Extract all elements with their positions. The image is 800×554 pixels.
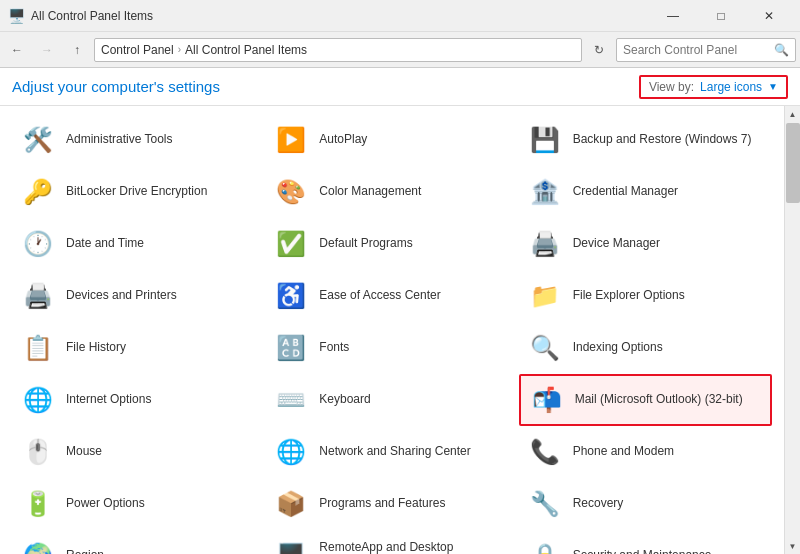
- view-by-control[interactable]: View by: Large icons ▼: [639, 75, 788, 99]
- fonts-icon: 🔠: [273, 330, 309, 366]
- ctrl-item-fonts[interactable]: 🔠Fonts: [265, 322, 518, 374]
- credential-manager-icon: 🏦: [527, 174, 563, 210]
- programs-features-label: Programs and Features: [319, 496, 445, 512]
- scroll-thumb[interactable]: [786, 123, 800, 203]
- items-grid: 🛠️Administrative Tools▶️AutoPlay💾Backup …: [0, 106, 784, 554]
- date-time-icon: 🕐: [20, 226, 56, 262]
- ctrl-item-autoplay[interactable]: ▶️AutoPlay: [265, 114, 518, 166]
- search-icon[interactable]: 🔍: [774, 43, 789, 57]
- ctrl-item-mouse[interactable]: 🖱️Mouse: [12, 426, 265, 478]
- region-icon: 🌍: [20, 538, 56, 554]
- ctrl-item-security-maintenance[interactable]: 🔒Security and Maintenance: [519, 530, 772, 554]
- ctrl-item-file-history[interactable]: 📋File History: [12, 322, 265, 374]
- indexing-options-label: Indexing Options: [573, 340, 663, 356]
- file-history-label: File History: [66, 340, 126, 356]
- mail-icon: 📬: [529, 382, 565, 418]
- breadcrumb-item-all-items[interactable]: All Control Panel Items: [185, 43, 307, 57]
- phone-modem-label: Phone and Modem: [573, 444, 674, 460]
- ease-access-label: Ease of Access Center: [319, 288, 440, 304]
- devices-printers-icon: 🖨️: [20, 278, 56, 314]
- ctrl-item-region[interactable]: 🌍Region: [12, 530, 265, 554]
- scroll-down-button[interactable]: ▼: [785, 538, 801, 554]
- date-time-label: Date and Time: [66, 236, 144, 252]
- default-programs-label: Default Programs: [319, 236, 412, 252]
- address-bar: ← → ↑ Control Panel › All Control Panel …: [0, 32, 800, 68]
- maximize-button[interactable]: □: [698, 0, 744, 32]
- ctrl-item-credential-manager[interactable]: 🏦Credential Manager: [519, 166, 772, 218]
- breadcrumb-separator: ›: [178, 44, 181, 55]
- device-manager-icon: 🖨️: [527, 226, 563, 262]
- mouse-icon: 🖱️: [20, 434, 56, 470]
- devices-printers-label: Devices and Printers: [66, 288, 177, 304]
- ctrl-item-ease-access[interactable]: ♿Ease of Access Center: [265, 270, 518, 322]
- view-by-value[interactable]: Large icons: [700, 80, 762, 94]
- view-by-label: View by:: [649, 80, 694, 94]
- security-maintenance-icon: 🔒: [527, 538, 563, 554]
- search-input[interactable]: [623, 43, 774, 57]
- main-content: 🛠️Administrative Tools▶️AutoPlay💾Backup …: [0, 106, 800, 554]
- remoteapp-label: RemoteApp and Desktop Connections: [319, 540, 510, 554]
- scrollbar[interactable]: ▲ ▼: [784, 106, 800, 554]
- indexing-options-icon: 🔍: [527, 330, 563, 366]
- ctrl-item-bitlocker[interactable]: 🔑BitLocker Drive Encryption: [12, 166, 265, 218]
- ctrl-item-power-options[interactable]: 🔋Power Options: [12, 478, 265, 530]
- autoplay-label: AutoPlay: [319, 132, 367, 148]
- device-manager-label: Device Manager: [573, 236, 660, 252]
- ctrl-item-default-programs[interactable]: ✅Default Programs: [265, 218, 518, 270]
- bitlocker-icon: 🔑: [20, 174, 56, 210]
- ctrl-item-programs-features[interactable]: 📦Programs and Features: [265, 478, 518, 530]
- ctrl-item-mail[interactable]: 📬Mail (Microsoft Outlook) (32-bit): [519, 374, 772, 426]
- remoteapp-icon: 🖥️: [273, 538, 309, 554]
- administrative-tools-icon: 🛠️: [20, 122, 56, 158]
- security-maintenance-label: Security and Maintenance: [573, 548, 712, 554]
- breadcrumb-item-control-panel[interactable]: Control Panel: [101, 43, 174, 57]
- color-management-label: Color Management: [319, 184, 421, 200]
- up-button[interactable]: ↑: [64, 37, 90, 63]
- network-sharing-icon: 🌐: [273, 434, 309, 470]
- close-button[interactable]: ✕: [746, 0, 792, 32]
- ctrl-item-remoteapp[interactable]: 🖥️RemoteApp and Desktop Connections: [265, 530, 518, 554]
- region-label: Region: [66, 548, 104, 554]
- recovery-icon: 🔧: [527, 486, 563, 522]
- credential-manager-label: Credential Manager: [573, 184, 678, 200]
- mouse-label: Mouse: [66, 444, 102, 460]
- view-by-dropdown-arrow[interactable]: ▼: [768, 81, 778, 92]
- ctrl-item-date-time[interactable]: 🕐Date and Time: [12, 218, 265, 270]
- ctrl-item-color-management[interactable]: 🎨Color Management: [265, 166, 518, 218]
- ctrl-item-recovery[interactable]: 🔧Recovery: [519, 478, 772, 530]
- ctrl-item-indexing-options[interactable]: 🔍Indexing Options: [519, 322, 772, 374]
- ctrl-item-internet-options[interactable]: 🌐Internet Options: [12, 374, 265, 426]
- app-icon: 🖥️: [8, 8, 25, 24]
- bitlocker-label: BitLocker Drive Encryption: [66, 184, 207, 200]
- window-title: All Control Panel Items: [31, 9, 650, 23]
- forward-button[interactable]: →: [34, 37, 60, 63]
- ctrl-item-devices-printers[interactable]: 🖨️Devices and Printers: [12, 270, 265, 322]
- ctrl-item-backup-restore[interactable]: 💾Backup and Restore (Windows 7): [519, 114, 772, 166]
- power-options-label: Power Options: [66, 496, 145, 512]
- ctrl-item-device-manager[interactable]: 🖨️Device Manager: [519, 218, 772, 270]
- ctrl-item-administrative-tools[interactable]: 🛠️Administrative Tools: [12, 114, 265, 166]
- minimize-button[interactable]: —: [650, 0, 696, 32]
- internet-options-icon: 🌐: [20, 382, 56, 418]
- internet-options-label: Internet Options: [66, 392, 151, 408]
- ctrl-item-keyboard[interactable]: ⌨️Keyboard: [265, 374, 518, 426]
- address-path[interactable]: Control Panel › All Control Panel Items: [94, 38, 582, 62]
- file-explorer-options-icon: 📁: [527, 278, 563, 314]
- scroll-up-button[interactable]: ▲: [785, 106, 801, 122]
- ctrl-item-file-explorer-options[interactable]: 📁File Explorer Options: [519, 270, 772, 322]
- keyboard-icon: ⌨️: [273, 382, 309, 418]
- backup-restore-icon: 💾: [527, 122, 563, 158]
- content-header: Adjust your computer's settings View by:…: [0, 68, 800, 106]
- mail-label: Mail (Microsoft Outlook) (32-bit): [575, 392, 743, 408]
- back-button[interactable]: ←: [4, 37, 30, 63]
- keyboard-label: Keyboard: [319, 392, 370, 408]
- refresh-button[interactable]: ↻: [586, 37, 612, 63]
- page-title: Adjust your computer's settings: [12, 78, 639, 95]
- ctrl-item-network-sharing[interactable]: 🌐Network and Sharing Center: [265, 426, 518, 478]
- search-box[interactable]: 🔍: [616, 38, 796, 62]
- ease-access-icon: ♿: [273, 278, 309, 314]
- power-options-icon: 🔋: [20, 486, 56, 522]
- color-management-icon: 🎨: [273, 174, 309, 210]
- ctrl-item-phone-modem[interactable]: 📞Phone and Modem: [519, 426, 772, 478]
- scroll-track[interactable]: [785, 122, 801, 538]
